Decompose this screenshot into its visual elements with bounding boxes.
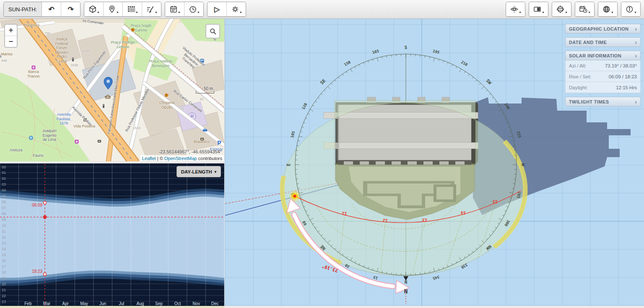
chart-mode-label: DAY-LENGTH <box>181 169 212 174</box>
day-length-canvas[interactable]: 0001020304050607080910111213141516171819… <box>0 163 224 308</box>
hour-axis-label: 20 <box>2 282 6 286</box>
row-label: Rise / Set: <box>569 74 591 79</box>
bus-stop-icon <box>200 59 204 63</box>
time-button[interactable]: ▾ <box>184 2 203 16</box>
facade-panel <box>344 161 353 165</box>
bottom-strip-left <box>0 306 224 308</box>
map-coordinates: -23.56144967°, -46.65594354° <box>158 149 222 154</box>
hour-axis-label: 11 <box>2 229 5 233</box>
caret-down-icon: ▾ <box>611 10 613 14</box>
shop-door <box>84 119 86 121</box>
datetime-button[interactable]: ▾ <box>575 2 594 16</box>
attribution-separator: | © <box>156 156 164 161</box>
traffic-light-lamp <box>103 105 104 106</box>
traffic-light-body <box>103 104 104 108</box>
facade-panel <box>392 161 401 165</box>
main-toolbar: SUN-PATH: ↶ ↷ ▾ ▾ ▾ ▾ ▾ ▾ ▷ ▾ <box>0 0 644 19</box>
sunset-marker <box>44 273 47 276</box>
facade-panel <box>423 161 433 165</box>
location-map[interactable]: BradescoMarisa846799Justiça Federal Fóru… <box>0 19 225 161</box>
chevron-right-icon: › <box>635 98 637 105</box>
hour-axis-label: 09 <box>2 217 6 222</box>
panel-section-twilight-times[interactable]: TWILIGHT TIMES › <box>565 97 641 106</box>
compass-degree-label: W <box>521 163 526 166</box>
facade-panel <box>376 161 385 165</box>
sunpath-sphere-button[interactable]: ▾ <box>552 2 571 16</box>
newsagent-mark <box>33 67 34 68</box>
panel-section-date-time[interactable]: DATE AND TIME › <box>565 37 641 47</box>
month-axis-label: Nov <box>192 301 200 306</box>
chevron-right-icon: › <box>635 26 637 32</box>
day-length-chart[interactable]: 0001020304050607080910111213141516171819… <box>0 163 224 308</box>
zoom-in-button[interactable]: + <box>5 25 17 36</box>
panels-group: ▾ <box>529 2 548 17</box>
chevron-right-icon: › <box>635 52 637 59</box>
facade-panel <box>408 161 417 165</box>
globe-group: ▾ <box>598 2 618 17</box>
undo-button[interactable]: ↶ <box>42 2 61 16</box>
panel-section-geographic-location[interactable]: GEOGRAPHIC LOCATION › <box>565 24 641 34</box>
traffic-light-icon <box>72 58 74 62</box>
panels-button[interactable]: ▾ <box>529 2 548 16</box>
play-button[interactable]: ▷ <box>208 2 227 16</box>
hour-axis-label: 21 <box>2 288 6 292</box>
clock-icon <box>189 5 197 13</box>
display-grid-button[interactable]: ▾ <box>123 2 142 16</box>
caret-down-icon: ▾ <box>155 10 157 14</box>
leaflet-link[interactable]: Leaflet <box>142 156 156 161</box>
month-axis-label: Feb <box>24 301 32 306</box>
visibility-button[interactable]: ▾ <box>506 2 525 16</box>
mug-body <box>132 28 134 32</box>
atm-icon <box>200 138 204 140</box>
caret-down-icon: ▾ <box>519 10 521 14</box>
map-canvas[interactable] <box>0 19 224 161</box>
fountain-icon <box>29 136 33 140</box>
hour-axis-label: 10 <box>2 223 6 228</box>
shop-icon <box>83 118 87 122</box>
info-button[interactable]: ▾ <box>621 2 640 16</box>
compass-degree-label: E <box>286 163 291 166</box>
sun-marker[interactable] <box>293 195 296 198</box>
hour-axis-label: 08 <box>2 212 6 216</box>
location-button[interactable]: ▾ <box>104 2 123 16</box>
newsagent-mark <box>76 141 78 142</box>
model-button[interactable]: ▾ <box>84 2 104 16</box>
search-icon <box>209 28 217 35</box>
osm-link[interactable]: OpenStreetMap <box>164 156 197 161</box>
hour-axis-label: 12 <box>2 235 6 239</box>
newsagent-icon <box>75 140 79 144</box>
hour-axis-label: 22 <box>2 294 6 298</box>
play-icon: ▷ <box>214 6 220 13</box>
calendar-clock-icon <box>579 5 588 13</box>
panel-section-solar-information[interactable]: SOLAR INFORMATION › <box>565 51 641 60</box>
row-value: 12:15 Hrs <box>616 85 637 90</box>
caret-down-icon: ▾ <box>136 10 138 14</box>
edit-button[interactable]: ▾ <box>142 2 161 16</box>
caret-down-icon: ▾ <box>565 10 567 14</box>
sphere-crosshair-icon <box>556 5 565 13</box>
grid-icon <box>127 5 135 13</box>
caret-down-icon: ▾ <box>240 10 242 14</box>
globe-button[interactable]: ▾ <box>598 2 617 16</box>
row-label: Daylight: <box>569 85 588 90</box>
taxi-window <box>204 129 206 129</box>
attribution-tail: contributors <box>197 156 222 161</box>
sunpath-sphere-group: ▾ <box>552 2 571 17</box>
globe-icon <box>602 5 611 13</box>
redo-button[interactable]: ↷ <box>61 2 80 16</box>
solar-row-rise-set: Rise / Set: 06:09 / 18:23 <box>565 71 641 82</box>
calendar-button[interactable]: ▾ <box>165 2 184 16</box>
settings-panel: GEOGRAPHIC LOCATION › DATE AND TIME › SO… <box>565 24 641 106</box>
section-title: SOLAR INFORMATION <box>569 53 621 58</box>
settings-button[interactable]: ▾ <box>227 2 246 16</box>
bottom-strip-right <box>224 306 644 308</box>
map-search-button[interactable] <box>205 24 220 39</box>
map-attribution: Leaflet | © OpenStreetMap contributors <box>140 155 224 161</box>
atm-slot <box>99 141 101 142</box>
chart-mode-dropdown[interactable]: DAY-LENGTH ▾ <box>177 166 221 177</box>
current-time-dot[interactable] <box>43 215 47 219</box>
zoom-out-button[interactable]: − <box>5 36 17 47</box>
datetime-info-group: ▾ <box>575 2 595 17</box>
section-title: TWILIGHT TIMES <box>569 99 609 104</box>
month-axis-label: Sep <box>155 301 163 306</box>
